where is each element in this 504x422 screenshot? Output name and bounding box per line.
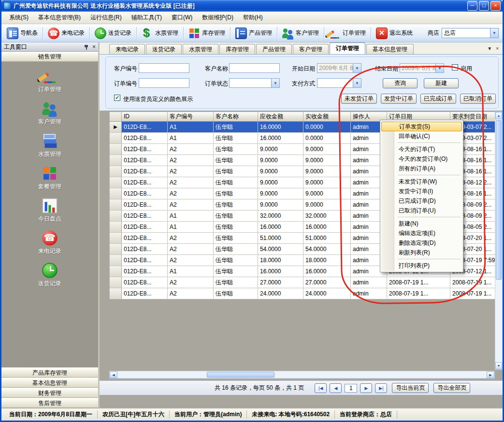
table-row[interactable]: 012D-E8...A2伍华聪27.000027.0000admin2008-0… — [110, 277, 495, 288]
tab-3[interactable]: 库存管理 — [219, 44, 255, 54]
first-page-button[interactable]: |◀ — [315, 383, 327, 393]
toolbar-button-4[interactable]: 库存管理 — [186, 26, 228, 41]
menu-item-2[interactable]: 运行信息(R) — [86, 12, 127, 24]
column-header-1[interactable]: 客户编号 — [168, 112, 214, 122]
tab-1[interactable]: 送货记录 — [146, 44, 182, 54]
table-row[interactable]: 012D-E8...A2伍华聪24.000024.0000admin2008-0… — [110, 288, 495, 299]
sidebar-item-3[interactable]: 套餐管理 — [38, 166, 61, 191]
sidebar-item-1[interactable]: 客户管理 — [38, 101, 61, 126]
close-button[interactable]: × — [490, 1, 501, 11]
context-menu-item-3[interactable]: 今天的订单(T) — [381, 144, 462, 154]
color-display-checkbox[interactable]: ✔ — [114, 95, 120, 101]
hscroll-thumb[interactable] — [207, 372, 274, 378]
toolbar-button-8[interactable]: 退出系统 — [374, 26, 415, 41]
sidebar-group-3[interactable]: 售后管理 — [1, 398, 98, 408]
sidebar-item-2[interactable]: 水票管理 — [38, 133, 61, 158]
next-page-button[interactable]: ▶ — [360, 383, 372, 393]
sidebar-item-6[interactable]: 送货记录 — [38, 263, 61, 288]
scroll-right-icon[interactable]: ▶ — [487, 371, 494, 378]
context-menu-item-1[interactable]: 回单确认(C) — [381, 131, 462, 141]
context-menu-item-13[interactable]: 编辑选定项(E) — [381, 228, 462, 238]
context-menu-item-12[interactable]: 新建(N) — [381, 219, 462, 228]
toolbar-button-1[interactable]: 来电记录 — [45, 26, 87, 41]
chevron-down-icon[interactable]: ▼ — [271, 79, 279, 87]
toolbar-button-5[interactable]: 产品管理 — [233, 26, 274, 41]
store-select[interactable]: 总店 ▼ — [442, 28, 499, 38]
tab-4[interactable]: 产品管理 — [256, 44, 292, 54]
prev-page-button[interactable]: ◀ — [330, 383, 342, 393]
context-menu-item-15[interactable]: 刷新列表(R) — [381, 248, 462, 257]
tab-5[interactable]: 客户管理 — [293, 44, 329, 54]
sidebar-item-4[interactable]: 今日盘点 — [38, 198, 61, 223]
toolbar-button-0[interactable]: 导航条 — [4, 26, 40, 41]
vertical-scrollbar[interactable]: ▲ ▼ — [495, 112, 503, 370]
order-status-select[interactable]: ▼ — [229, 78, 280, 88]
minimize-button[interactable]: ─ — [467, 1, 477, 11]
scroll-down-icon[interactable]: ▼ — [495, 362, 502, 369]
vscroll-track[interactable] — [495, 119, 502, 362]
start-date-picker[interactable]: 2009年 6月 8日 ▼ — [317, 63, 361, 73]
pin-icon[interactable] — [84, 44, 89, 50]
page-number-input[interactable] — [345, 384, 357, 393]
enable-date-checkbox[interactable] — [452, 64, 458, 70]
end-date-picker[interactable]: 2009年 6月 8日 ▼ — [400, 63, 444, 73]
sidebar-item-5[interactable]: 来电记录 — [38, 230, 61, 255]
sidebar-item-0[interactable]: 订单管理 — [38, 69, 61, 94]
context-menu-item-5[interactable]: 所有的订单(A) — [381, 164, 462, 173]
context-menu-item-9[interactable]: 已完成订单(D) — [381, 196, 462, 206]
order-no-input[interactable] — [139, 78, 189, 88]
customer-no-input[interactable] — [139, 63, 189, 73]
tab-6[interactable]: 订单管理 — [330, 42, 365, 54]
chevron-down-icon[interactable]: ▼ — [353, 64, 361, 72]
maximize-button[interactable]: □ — [479, 1, 489, 11]
chevron-down-icon[interactable]: ▼ — [353, 79, 361, 87]
chevron-down-icon[interactable]: ▼ — [435, 64, 444, 72]
sidebar-group-0[interactable]: 产品库存管理 — [1, 367, 98, 378]
chevron-down-icon[interactable]: ▼ — [490, 28, 498, 38]
context-menu-item-0[interactable]: 订单发货(S) — [381, 122, 462, 131]
status-filter-button-1[interactable]: 发货中订单 — [381, 94, 417, 104]
sidebar-close-icon[interactable]: × — [92, 44, 96, 50]
scroll-up-icon[interactable]: ▲ — [495, 112, 502, 119]
context-menu-item-7[interactable]: 未发货订单(W) — [381, 177, 462, 186]
column-header-0[interactable]: ID — [122, 112, 168, 122]
sidebar-group-1[interactable]: 基本信息管理 — [1, 378, 98, 388]
menu-item-6[interactable]: 帮助(H) — [238, 12, 268, 24]
menu-item-3[interactable]: 辅助工具(T) — [127, 12, 167, 24]
tab-7[interactable]: 基本信息管理 — [366, 44, 414, 54]
horizontal-scrollbar[interactable]: ◀ ▶ — [109, 371, 495, 379]
query-button[interactable]: 查询 — [383, 78, 418, 88]
toolbar-button-7[interactable]: 订单管理 — [327, 26, 368, 41]
context-menu-item-4[interactable]: 今天的发货订单(O) — [381, 154, 462, 164]
toolbar-button-3[interactable]: 水票管理 — [139, 26, 181, 41]
context-menu-item-10[interactable]: 已取消订单(U) — [381, 206, 462, 215]
menu-item-1[interactable]: 基本信息管理(B) — [33, 12, 86, 24]
tab-0[interactable]: 来电记录 — [109, 44, 145, 54]
hscroll-track[interactable] — [117, 371, 487, 378]
status-filter-button-0[interactable]: 未发货订单 — [341, 94, 377, 104]
column-header-4[interactable]: 实收金额 — [303, 112, 351, 122]
tab-2[interactable]: 水票管理 — [183, 44, 218, 54]
menu-item-4[interactable]: 窗口(W) — [167, 12, 197, 24]
last-page-button[interactable]: ▶| — [375, 383, 387, 393]
new-button[interactable]: 新建 — [424, 78, 459, 88]
column-header-2[interactable]: 客户名称 — [214, 112, 258, 122]
scroll-left-icon[interactable]: ◀ — [110, 371, 117, 378]
tab-close-icon[interactable]: × — [496, 46, 499, 51]
export-current-page-button[interactable]: 导出当前页 — [392, 383, 429, 393]
context-menu-item-17[interactable]: 打印列表(P) — [381, 261, 462, 270]
sidebar-group-2[interactable]: 财务管理 — [1, 388, 98, 398]
customer-name-input[interactable] — [229, 63, 280, 73]
sidebar-group-sales[interactable]: 销售管理 — [1, 52, 98, 62]
tab-list-icon[interactable]: ▼ — [487, 46, 492, 51]
vscroll-thumb[interactable] — [496, 120, 502, 280]
menu-item-0[interactable]: 系统(S) — [4, 12, 33, 24]
export-all-pages-button[interactable]: 导出全部页 — [433, 383, 470, 393]
status-filter-button-2[interactable]: 已完成订单 — [420, 94, 456, 104]
menu-item-5[interactable]: 数据维护(D) — [197, 12, 238, 24]
pay-method-select[interactable]: ▼ — [317, 78, 361, 88]
toolbar-button-2[interactable]: 送货记录 — [92, 26, 134, 41]
column-header-3[interactable]: 应收金额 — [258, 112, 303, 122]
toolbar-button-6[interactable]: 客户管理 — [280, 26, 321, 41]
context-menu-item-14[interactable]: 删除选定项(D) — [381, 238, 462, 248]
